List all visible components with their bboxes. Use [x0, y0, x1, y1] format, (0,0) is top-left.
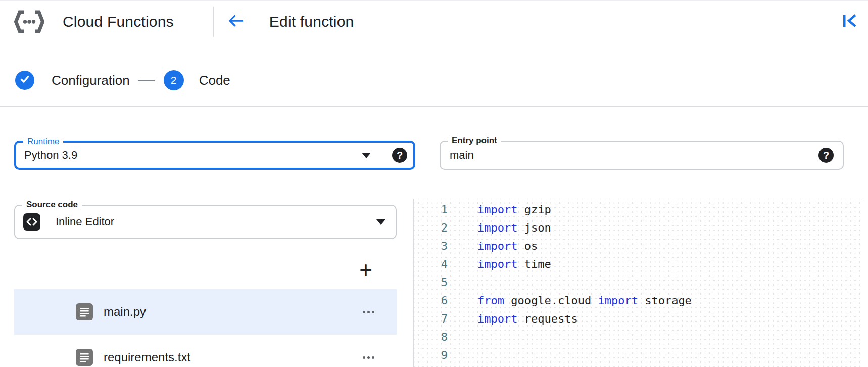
runtime-help-icon[interactable]: ? — [392, 148, 407, 163]
code-text: import gzip — [477, 203, 551, 216]
line-number: 9 — [414, 346, 448, 364]
step-configuration-complete-badge[interactable] — [15, 71, 34, 90]
step-code-number-badge[interactable]: 2 — [164, 70, 184, 90]
dropdown-arrow-icon — [376, 219, 385, 225]
step-configuration-label[interactable]: Configuration — [52, 73, 130, 88]
file-icon — [76, 303, 93, 320]
line-number: 7 — [414, 310, 448, 328]
line-number: 2 — [414, 219, 448, 237]
line-number: 8 — [414, 328, 448, 346]
line-number: 4 — [414, 255, 448, 273]
code-text: import json — [477, 221, 551, 234]
code-editor[interactable]: 1import gzip2import json3import os4impor… — [413, 199, 862, 367]
cloud-functions-logo-icon — [14, 10, 44, 34]
line-number: 1 — [414, 201, 448, 219]
app-header: Cloud Functions Edit function — [0, 0, 868, 42]
code-text: import time — [477, 258, 551, 270]
code-text: import os — [477, 240, 538, 252]
code-line[interactable]: 9 — [414, 346, 862, 364]
runtime-label: Runtime — [23, 136, 63, 147]
file-name: requirements.txt — [104, 350, 190, 364]
file-row[interactable]: requirements.txt — [14, 335, 397, 367]
source-code-value: Inline Editor — [56, 215, 114, 228]
line-number: 3 — [414, 237, 448, 255]
entry-point-field[interactable]: Entry point main ? — [440, 141, 844, 170]
code-line[interactable]: 3import os — [414, 237, 862, 255]
code-line[interactable]: 8 — [414, 328, 862, 346]
file-name: main.py — [104, 305, 146, 319]
source-code-select[interactable]: Source code Inline Editor — [14, 205, 397, 239]
code-text: from google.cloud import storage — [477, 294, 692, 307]
line-number: 5 — [414, 273, 448, 292]
dropdown-arrow-icon — [362, 153, 371, 158]
header-divider — [213, 7, 214, 37]
line-number: 6 — [414, 292, 448, 310]
more-options-icon[interactable] — [360, 353, 377, 362]
step-connector — [138, 80, 155, 81]
edit-function-page: Cloud Functions Edit function — [0, 0, 868, 367]
code-line[interactable]: 4import time — [414, 255, 862, 273]
source-code-label: Source code — [22, 200, 82, 210]
code-line[interactable]: 5 — [414, 273, 862, 292]
collapse-panel-button[interactable] — [841, 14, 859, 30]
collapse-panel-icon — [842, 13, 858, 30]
section-divider — [0, 106, 868, 107]
back-arrow-icon — [227, 14, 245, 29]
add-file-button[interactable]: + — [354, 258, 378, 282]
entry-point-help-icon[interactable]: ? — [818, 148, 834, 163]
page-title: Edit function — [269, 13, 354, 30]
entry-point-label: Entry point — [448, 135, 501, 146]
inline-editor-icon — [23, 213, 40, 231]
more-options-icon[interactable] — [360, 308, 377, 316]
runtime-select[interactable]: Runtime Python 3.9 ? — [14, 141, 415, 170]
file-tree: main.pyrequirements.txt — [14, 289, 397, 367]
entry-point-value: main — [450, 149, 474, 162]
stepper: Configuration 2 Code — [15, 70, 230, 90]
check-icon — [19, 73, 31, 87]
file-icon — [76, 349, 93, 366]
product-title: Cloud Functions — [63, 13, 174, 30]
code-line[interactable]: 1import gzip — [414, 201, 862, 219]
code-line[interactable]: 7import requests — [414, 310, 862, 328]
code-line[interactable]: 2import json — [414, 219, 862, 237]
back-button[interactable] — [226, 13, 246, 30]
code-text: import requests — [477, 312, 578, 325]
runtime-value: Python 3.9 — [24, 149, 77, 162]
step-code-label[interactable]: Code — [199, 73, 230, 88]
file-row[interactable]: main.py — [14, 289, 397, 335]
code-line[interactable]: 6from google.cloud import storage — [414, 292, 862, 310]
